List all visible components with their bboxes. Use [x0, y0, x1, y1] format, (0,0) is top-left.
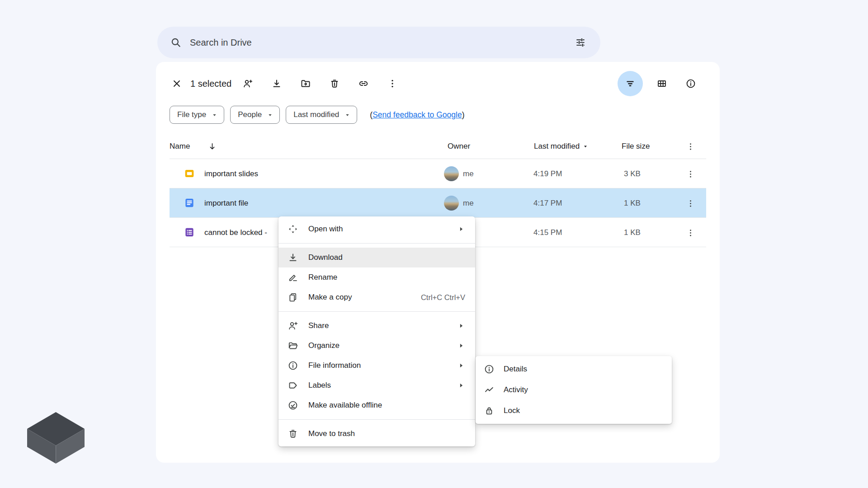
menu-item-file-information[interactable]: File information	[278, 356, 475, 375]
menu-divider	[278, 419, 475, 420]
menu-item-share[interactable]: Share	[278, 316, 475, 336]
caret-down-icon	[582, 143, 589, 150]
file-size-value: 1 KB	[624, 188, 641, 218]
owner-label: me	[463, 159, 474, 188]
last-modified-value: 4:19 PM	[533, 159, 562, 188]
last-modified-value: 4:17 PM	[533, 188, 562, 218]
row-more-button[interactable]	[681, 224, 699, 242]
menu-item-download[interactable]: Download	[278, 248, 475, 267]
cube-logo-icon	[25, 410, 86, 465]
folder-open-icon	[288, 340, 298, 351]
header-last-modified[interactable]: Last modified	[534, 134, 589, 159]
docs-file-icon	[183, 197, 196, 209]
view-controls	[618, 71, 701, 96]
menu-item-move-to-trash[interactable]: Move to trash	[278, 424, 475, 444]
tune-icon	[575, 37, 586, 48]
submenu-arrow-icon	[457, 381, 465, 389]
open-with-icon	[288, 224, 298, 235]
clear-selection-button[interactable]	[167, 74, 187, 94]
header-more-button[interactable]	[681, 134, 699, 159]
move-to-folder-button[interactable]	[296, 74, 316, 94]
menu-item-organize[interactable]: Organize	[278, 336, 475, 356]
details-panel-button[interactable]	[681, 74, 701, 94]
file-name: cannot be locked -	[204, 218, 267, 247]
submenu-item-lock[interactable]: Lock	[476, 400, 672, 421]
chip-label: File type	[177, 110, 206, 119]
menu-item-labels[interactable]: Labels	[278, 375, 475, 395]
toolbar-actions	[238, 74, 402, 94]
chip-label: People	[238, 110, 262, 119]
info-icon	[484, 364, 495, 375]
file-information-submenu: Details Activity Lock	[476, 356, 672, 424]
header-owner[interactable]: Owner	[448, 134, 470, 159]
download-icon	[271, 78, 282, 89]
info-icon	[685, 78, 696, 89]
menu-item-make-a-copy[interactable]: Make a copy Ctrl+C Ctrl+V	[278, 287, 475, 307]
search-icon	[170, 37, 182, 48]
pencil-icon	[288, 272, 298, 283]
cube-logo	[25, 410, 86, 467]
row-more-button[interactable]	[681, 165, 699, 183]
context-menu: Open with Download Rename Make a copy Ct…	[278, 216, 475, 446]
submenu-arrow-icon	[457, 225, 465, 233]
send-feedback-link[interactable]: Send feedback to Google	[373, 110, 462, 119]
file-row-important-file[interactable]: important file me 4:17 PM 1 KB	[170, 188, 706, 218]
people-filter-chip[interactable]: People	[230, 106, 280, 124]
file-size-value: 1 KB	[624, 218, 641, 247]
owner-avatar	[444, 166, 459, 181]
file-size-value: 3 KB	[624, 159, 641, 188]
trash-icon	[329, 78, 340, 89]
shortcut-label: Ctrl+C Ctrl+V	[421, 293, 465, 302]
submenu-arrow-icon	[457, 322, 465, 330]
person-add-icon	[288, 320, 298, 331]
copy-link-button[interactable]	[354, 74, 373, 94]
activity-icon	[484, 385, 495, 395]
file-name: important slides	[204, 159, 258, 188]
more-vert-icon	[686, 142, 695, 151]
header-file-size[interactable]: File size	[622, 134, 650, 159]
selection-toolbar: 1 selected	[167, 73, 701, 94]
download-button[interactable]	[267, 74, 287, 94]
link-icon	[358, 78, 369, 89]
chevron-down-icon	[266, 111, 274, 119]
share-button[interactable]	[238, 74, 258, 94]
more-actions-button[interactable]	[382, 74, 402, 94]
copy-icon	[288, 292, 298, 303]
filter-chips-row: File type People Last modified (Send fee…	[170, 105, 464, 124]
submenu-item-activity[interactable]: Activity	[476, 380, 672, 400]
chevron-down-icon	[344, 111, 351, 119]
selected-count-label: 1 selected	[190, 79, 231, 89]
file-type-filter-chip[interactable]: File type	[170, 106, 224, 124]
trash-button[interactable]	[325, 74, 344, 94]
slides-file-icon	[183, 167, 196, 180]
search-options-button[interactable]	[571, 33, 590, 52]
submenu-arrow-icon	[457, 342, 465, 350]
header-name[interactable]: Name	[170, 134, 190, 159]
last-modified-value: 4:15 PM	[533, 218, 562, 247]
chevron-down-icon	[211, 111, 218, 119]
forms-file-icon	[183, 226, 196, 239]
menu-item-rename[interactable]: Rename	[278, 267, 475, 287]
submenu-item-details[interactable]: Details	[476, 359, 672, 380]
last-modified-filter-chip[interactable]: Last modified	[286, 106, 357, 124]
menu-item-make-available-offline[interactable]: Make available offline	[278, 395, 475, 415]
menu-divider	[278, 311, 475, 312]
filter-toggle-button[interactable]	[618, 71, 643, 96]
download-icon	[288, 252, 298, 263]
menu-item-open-with[interactable]: Open with	[278, 219, 475, 239]
paren-close: )	[462, 110, 465, 119]
more-vert-icon	[686, 228, 695, 238]
drive-search-bar[interactable]	[157, 27, 600, 58]
feedback-text: (Send feedback to Google)	[370, 110, 464, 120]
more-vert-icon	[686, 169, 695, 179]
owner-label: me	[463, 188, 474, 218]
info-icon	[288, 360, 298, 371]
sort-direction-button[interactable]	[208, 134, 217, 159]
grid-view-button[interactable]	[652, 74, 672, 94]
arrow-down-icon	[208, 142, 217, 151]
file-row-important-slides[interactable]: important slides me 4:19 PM 3 KB	[170, 159, 706, 188]
tag-icon	[288, 380, 298, 391]
row-more-button[interactable]	[681, 194, 699, 212]
search-input[interactable]	[190, 38, 571, 48]
submenu-arrow-icon	[457, 361, 465, 370]
